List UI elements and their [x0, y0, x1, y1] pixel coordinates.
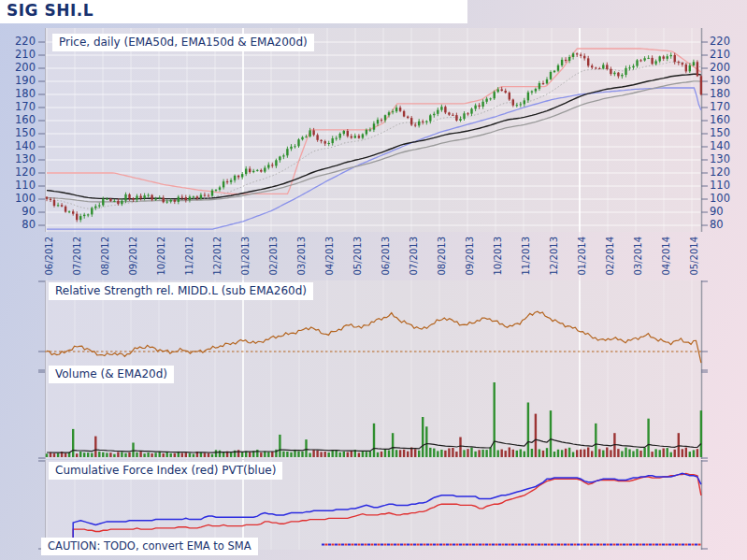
date-label: 10/2013 — [492, 235, 504, 276]
price-y-tick-label: 220 — [710, 36, 745, 48]
date-label: 05/2014 — [688, 235, 700, 276]
price-y-tick-label: 210 — [4, 49, 36, 61]
date-label: 01/2014 — [576, 235, 588, 276]
date-label: 04/2013 — [323, 235, 336, 276]
chart-page: SIG SHI.L Price, daily (EMA50d, EMA150d … — [0, 0, 747, 560]
price-y-tick-label: 140 — [4, 140, 36, 152]
date-label: 09/2012 — [127, 235, 139, 276]
date-label: 12/2012 — [211, 235, 223, 276]
price-y-tick-label: 190 — [710, 75, 745, 87]
price-panel — [0, 28, 747, 232]
date-label: 11/2012 — [183, 235, 195, 276]
price-y-tick-label: 210 — [710, 49, 745, 61]
price-y-tick-label: 220 — [4, 36, 36, 48]
date-label: 08/2013 — [436, 235, 448, 276]
date-label: 03/2013 — [295, 235, 308, 276]
price-y-tick-label: 90 — [710, 206, 745, 218]
price-y-tick-label: 200 — [710, 62, 745, 74]
price-y-tick-label: 160 — [710, 114, 745, 126]
price-y-tick-label: 150 — [710, 127, 745, 139]
price-y-tick-label: 80 — [4, 219, 36, 231]
price-y-tick-label: 80 — [710, 219, 745, 231]
price-y-tick-label: 120 — [4, 166, 36, 179]
price-y-tick-label: 110 — [4, 179, 36, 192]
price-y-tick-label: 100 — [710, 193, 745, 205]
price-y-tick-label: 170 — [4, 101, 36, 113]
price-y-tick-label: 200 — [4, 62, 36, 74]
date-label: 10/2012 — [155, 235, 167, 276]
date-label: 11/2013 — [520, 235, 532, 276]
volume-panel — [0, 371, 747, 459]
date-label: 02/2013 — [267, 235, 280, 276]
price-y-tick-label: 100 — [4, 193, 36, 205]
price-y-tick-label: 160 — [4, 114, 36, 126]
price-chart — [0, 28, 747, 232]
instrument-title: SIG SHI.L — [7, 1, 93, 20]
price-y-tick-label: 180 — [4, 88, 36, 100]
relative-strength-label: Relative Strength rel. MIDD.L (sub EMA26… — [49, 282, 313, 300]
date-label: 09/2013 — [464, 235, 476, 276]
caution-label: CAUTION: TODO, convert EMA to SMA — [41, 538, 258, 555]
price-y-tick-label: 190 — [4, 75, 36, 87]
volume-label: Volume (& EMA20d) — [49, 366, 174, 383]
date-label: 12/2013 — [548, 235, 560, 276]
date-label: 07/2013 — [408, 235, 420, 276]
date-label: 08/2012 — [99, 235, 111, 276]
title-bar: SIG SHI.L — [0, 0, 467, 23]
date-label: 02/2014 — [604, 235, 616, 276]
price-y-tick-label: 140 — [710, 140, 745, 152]
price-y-tick-label: 130 — [4, 153, 36, 165]
force-index-label: Cumulative Force Index (red) PVT(blue) — [49, 462, 282, 480]
price-y-tick-label: 170 — [710, 101, 745, 113]
date-label: 06/2013 — [380, 235, 392, 276]
date-label: 03/2014 — [632, 235, 644, 276]
price-y-tick-label: 120 — [710, 166, 745, 179]
volume-chart — [0, 371, 747, 459]
date-label: 07/2012 — [71, 235, 83, 276]
date-label: 04/2014 — [660, 235, 672, 276]
price-y-tick-label: 90 — [4, 206, 36, 218]
date-label: 01/2013 — [239, 235, 251, 276]
price-y-tick-label: 150 — [4, 127, 36, 139]
price-panel-label: Price, daily (EMA50d, EMA150d & EMA200d) — [52, 34, 314, 51]
price-y-tick-label: 110 — [710, 179, 745, 192]
price-y-tick-label: 180 — [710, 88, 745, 100]
price-y-tick-label: 130 — [710, 153, 745, 165]
date-label: 06/2012 — [43, 235, 55, 276]
date-label: 05/2013 — [352, 235, 364, 276]
